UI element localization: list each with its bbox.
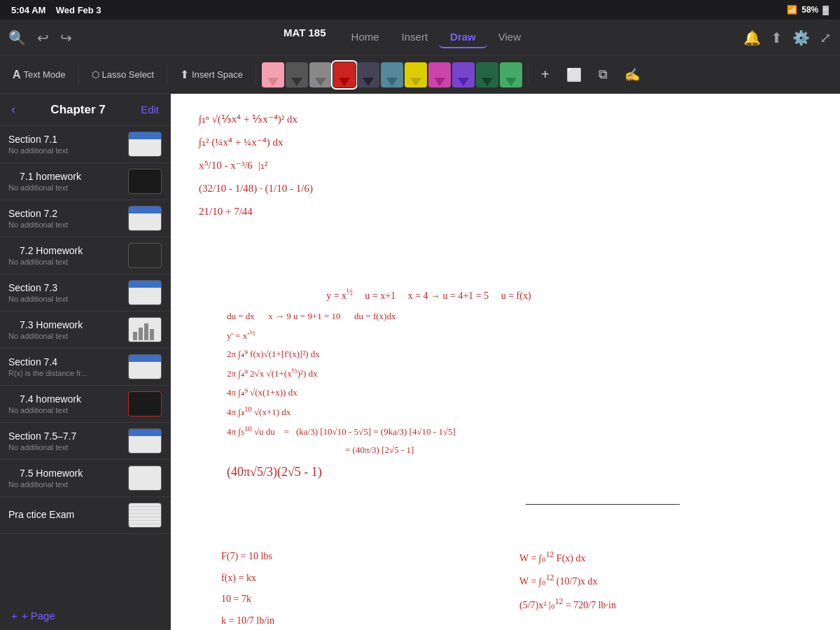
tab-draw[interactable]: Draw bbox=[439, 27, 487, 48]
math-line: (5/7)x² |₀12 = 720/7 lb·in bbox=[519, 593, 812, 616]
color-teal[interactable] bbox=[381, 62, 403, 88]
math-line: 21/10 + 7/44 bbox=[199, 200, 812, 223]
tab-home[interactable]: Home bbox=[340, 27, 391, 48]
lasso-label: Lasso Select bbox=[102, 69, 154, 80]
list-item[interactable]: 7.5 Homework No additional text bbox=[0, 460, 170, 497]
list-item[interactable]: 7.3 Homework No additional text bbox=[0, 312, 170, 349]
color-yellow[interactable] bbox=[405, 62, 427, 88]
color-gray[interactable] bbox=[309, 62, 332, 88]
top-nav: 🔍 ↩ ↪ MAT 185 Home Insert Draw View 🔔 ⬆ … bbox=[0, 20, 840, 56]
toolbar-sep-3 bbox=[255, 64, 256, 86]
settings-icon[interactable]: ⚙️ bbox=[792, 29, 810, 46]
eraser-button[interactable]: ⬜ bbox=[559, 63, 589, 87]
list-item[interactable]: 7.4 homework No additional text bbox=[0, 386, 170, 423]
list-item[interactable]: Section 7.2 No additional text bbox=[0, 200, 170, 237]
answer-label-11: Answer: bbox=[479, 492, 517, 503]
battery-icon: ▓ bbox=[822, 5, 829, 15]
color-green[interactable] bbox=[500, 62, 522, 88]
sidebar-item-title: Pra ctice Exam bbox=[8, 509, 121, 520]
redo-icon[interactable]: ↪ bbox=[60, 29, 72, 46]
problem-11-text: Find the area of the surface generated b… bbox=[199, 267, 812, 282]
sidebar-item-thumbnail bbox=[128, 280, 162, 305]
undo-icon[interactable]: ↩ bbox=[37, 29, 49, 46]
sidebar-item-title: 7.5 Homework bbox=[8, 468, 121, 479]
handwriting-button[interactable]: ✍ bbox=[617, 63, 647, 87]
sidebar-item-info: Pra ctice Exam bbox=[8, 509, 121, 522]
list-item[interactable]: Section 7.5–7.7 No additional text bbox=[0, 423, 170, 460]
sidebar-item-info: Section 7.1 No additional text bbox=[8, 134, 121, 155]
notebook-page: ∫₁ⁿ √(⅓x⁴ + ⅓x⁻⁴)² dx ∫₁² (¼x⁴ + ¼x⁻⁴) d… bbox=[171, 94, 840, 630]
color-pink[interactable] bbox=[262, 62, 284, 88]
sidebar-item-subtitle: No additional text bbox=[8, 480, 121, 489]
problem-11-equation-row: 11. y = 2√x, 4 ≤ x ≤ 9 y = x½ u = x+1 x … bbox=[199, 288, 812, 302]
top-integrals: ∫₁ⁿ √(⅓x⁴ + ⅓x⁻⁴)² dx ∫₁² (¼x⁴ + ¼x⁻⁴) d… bbox=[199, 108, 812, 223]
sidebar-item-info: 7.2 Homework No additional text bbox=[8, 245, 121, 266]
color-red[interactable] bbox=[333, 62, 356, 88]
sidebar-item-info: Section 7.5–7.7 No additional text bbox=[8, 430, 121, 451]
add-color-button[interactable]: + bbox=[534, 62, 556, 87]
search-icon[interactable]: 🔍 bbox=[8, 29, 26, 46]
tab-view[interactable]: View bbox=[487, 27, 532, 48]
sidebar-item-title: Section 7.5–7.7 bbox=[8, 430, 121, 442]
color-magenta[interactable] bbox=[428, 62, 451, 88]
sidebar-item-title: 7.3 Homework bbox=[8, 319, 121, 330]
status-right: 📶 58% ▓ bbox=[787, 5, 829, 15]
sidebar-item-title: 7.4 homework bbox=[8, 393, 121, 405]
text-mode-button[interactable]: A Text Mode bbox=[6, 64, 73, 85]
sidebar-item-info: 7.1 homework No additional text bbox=[8, 171, 121, 192]
problem-11-work: y = x½ u = x+1 x = 4 → u = 4+1 = 5 u = f… bbox=[326, 288, 531, 302]
insert-space-button[interactable]: ⬆ Insert Space bbox=[173, 64, 250, 85]
lasso-select-button[interactable]: ⬡ Lasso Select bbox=[85, 65, 161, 84]
math-line: k = 10/7 lb/in bbox=[221, 610, 514, 630]
sidebar-edit-button[interactable]: Edit bbox=[141, 104, 159, 115]
math-line: F(7) = 10 lbs bbox=[221, 546, 514, 568]
list-item[interactable]: 7.1 homework No additional text bbox=[0, 163, 170, 200]
problem-12-text: A force of 10 pounds compresses a 25-inc… bbox=[218, 522, 789, 537]
sidebar-item-thumbnail bbox=[128, 465, 162, 491]
sidebar-item-thumbnail bbox=[128, 391, 162, 416]
list-item[interactable]: Section 7.3 No additional text bbox=[0, 274, 170, 312]
math-line: f(x) = kx bbox=[221, 568, 514, 589]
list-item[interactable]: Section 7.1 No additional text bbox=[0, 126, 170, 163]
add-page-button[interactable]: + + Page bbox=[0, 601, 170, 630]
expand-icon[interactable]: ⤢ bbox=[820, 29, 832, 46]
problem-12: 12. A force of 10 pounds compresses a 25… bbox=[199, 522, 812, 630]
sidebar-item-thumbnail bbox=[128, 317, 162, 342]
sidebar-item-title: 7.1 homework bbox=[8, 171, 121, 182]
battery-level: 58% bbox=[802, 5, 818, 15]
color-darkgreen[interactable] bbox=[476, 62, 498, 88]
tab-insert[interactable]: Insert bbox=[391, 27, 440, 48]
add-page-label: + Page bbox=[22, 610, 55, 622]
color-purple[interactable] bbox=[452, 62, 475, 88]
sidebar-item-thumbnail bbox=[128, 169, 162, 194]
layers-button[interactable]: ⧉ bbox=[592, 63, 615, 86]
list-item[interactable]: Pra ctice Exam bbox=[0, 497, 170, 534]
sidebar-item-info: 7.4 homework No additional text bbox=[8, 393, 121, 414]
toolbar-sep-1 bbox=[78, 64, 79, 86]
toolbar: A Text Mode ⬡ Lasso Select ⬆ Insert Spac… bbox=[0, 56, 840, 94]
sidebar-item-info: 7.3 Homework No additional text bbox=[8, 319, 121, 340]
text-mode-icon: A bbox=[13, 69, 21, 81]
sidebar-item-title: Section 7.1 bbox=[8, 134, 121, 145]
section-number-3: 3 bbox=[199, 229, 812, 247]
svg-rect-4 bbox=[150, 329, 154, 340]
list-item[interactable]: Section 7.4 R(x) is the distance fr... bbox=[0, 349, 170, 386]
sidebar-item-subtitle: No additional text bbox=[8, 295, 121, 303]
sidebar-item-subtitle: No additional text bbox=[8, 406, 121, 414]
nav-title: MAT 185 bbox=[284, 27, 326, 48]
sidebar-item-thumbnail bbox=[128, 503, 162, 528]
bell-icon[interactable]: 🔔 bbox=[743, 29, 761, 46]
list-item[interactable]: 7.2 Homework No additional text bbox=[0, 237, 170, 274]
color-darkpurple[interactable] bbox=[357, 62, 379, 88]
share-icon[interactable]: ⬆ bbox=[771, 29, 783, 46]
sidebar-back-button[interactable]: ‹ bbox=[11, 102, 15, 117]
insert-space-icon: ⬆ bbox=[180, 68, 189, 81]
color-darkgray[interactable] bbox=[286, 62, 308, 88]
problem-11-equation: y = 2√x, 4 ≤ x ≤ 9 bbox=[223, 288, 298, 299]
math-line: W = ∫₀12 F(x) dx bbox=[519, 546, 812, 569]
sidebar-item-subtitle: R(x) is the distance fr... bbox=[8, 369, 121, 377]
math-line: ∫₁ⁿ √(⅓x⁴ + ⅓x⁻⁴)² dx bbox=[199, 108, 812, 131]
answer-line-11: Answer: bbox=[479, 491, 812, 505]
math-line: ∫₁² (¼x⁴ + ¼x⁻⁴) dx bbox=[199, 131, 812, 154]
sidebar-chapter-title: Chapter 7 bbox=[50, 103, 105, 117]
